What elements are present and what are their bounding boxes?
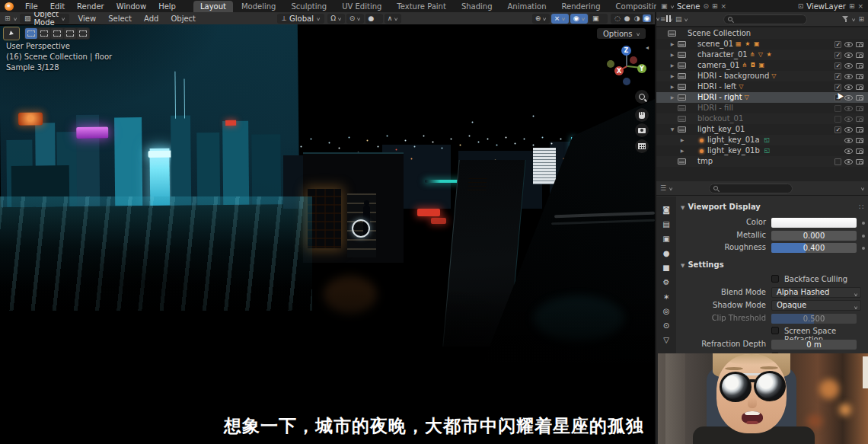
eye-icon[interactable] (844, 117, 853, 122)
shadow-mode-select[interactable]: Opaque∨ (771, 300, 861, 311)
workspace-tab[interactable]: Layout (193, 1, 233, 12)
particle-properties-icon[interactable]: ∗ (663, 292, 669, 301)
workspace-tab[interactable]: Rendering (554, 1, 607, 12)
editor-type-icon[interactable]: ⊞ (5, 14, 11, 22)
shading-mode-icon[interactable]: ◑ (633, 14, 642, 22)
viewport-canvas[interactable]: User Perspective (16) Scene Collection |… (0, 24, 655, 444)
data-properties-icon[interactable]: ▽ (663, 336, 669, 344)
workspace-tab[interactable]: Texture Paint (390, 1, 453, 12)
menu-item[interactable]: Window (111, 2, 152, 11)
workspace-tab[interactable]: Shading (455, 1, 499, 12)
settings-section[interactable]: ▼Settings (681, 260, 724, 269)
camera-visibility-icon[interactable] (856, 106, 863, 111)
zoom-button[interactable] (635, 90, 649, 104)
eye-icon[interactable] (844, 159, 853, 165)
new-scene-icon[interactable]: ⊞ (712, 2, 718, 10)
disclosure-icon[interactable]: ▶ (679, 145, 685, 156)
view-layer-properties-icon[interactable]: ▣ (662, 235, 669, 243)
pin-icon[interactable]: ⊙ (703, 2, 709, 10)
output-properties-icon[interactable]: ▤ (662, 220, 669, 228)
checkbox[interactable] (834, 116, 841, 123)
shading-mode-icon[interactable]: ● (623, 14, 632, 22)
eye-icon[interactable] (844, 149, 853, 154)
eye-icon[interactable] (844, 74, 853, 79)
eye-icon[interactable] (844, 85, 853, 90)
screen-space-refraction-checkbox[interactable] (771, 327, 779, 334)
camera-visibility-icon[interactable] (856, 138, 863, 143)
neg-y-axis-ball[interactable] (607, 60, 614, 68)
pause-icon[interactable] (666, 15, 671, 22)
animate-dot[interactable] (862, 247, 865, 250)
checkbox[interactable] (834, 62, 841, 69)
shading-mode-icon[interactable]: ◌ (613, 14, 622, 22)
editor-type-icon[interactable]: ≡ (660, 15, 666, 23)
workspace-tab[interactable]: Modeling (235, 1, 283, 12)
y-axis-ball[interactable]: Y (637, 64, 646, 73)
checkbox[interactable] (834, 73, 841, 80)
outliner-row[interactable]: ▼ light_key_01 (656, 124, 868, 135)
new-view-layer-icon[interactable]: ⊞ (849, 2, 855, 10)
neg-x-axis-ball[interactable] (630, 56, 637, 64)
outliner-search-input[interactable] (723, 14, 807, 24)
toggle-icon[interactable]: ▣∨ (589, 14, 608, 24)
outliner-row[interactable]: blockout_01 (656, 113, 868, 124)
refraction-depth-field[interactable]: 0 m (771, 340, 857, 350)
eye-icon[interactable] (844, 127, 853, 133)
outliner-row[interactable]: Scene Collection (656, 28, 868, 39)
select-tool-button[interactable] (38, 28, 50, 39)
physics-properties-icon[interactable]: ◎ (663, 307, 670, 315)
metallic-slider[interactable]: 0.000 (771, 231, 857, 241)
properties-search-input[interactable] (709, 184, 793, 193)
outliner-row[interactable]: ▶ character_01 ⋔ ▽ ★ (656, 50, 868, 60)
roughness-slider[interactable]: 0.400 (771, 243, 857, 253)
camera-visibility-icon[interactable] (856, 42, 863, 47)
eye-icon[interactable] (844, 138, 853, 143)
animate-dot[interactable] (862, 235, 865, 238)
camera-visibility-icon[interactable] (856, 159, 863, 165)
outliner-row[interactable]: HDRI - fill (656, 103, 868, 113)
camera-view-button[interactable] (635, 123, 649, 137)
navigation-gizmo[interactable]: Z X Y (594, 38, 655, 99)
panel-menu-icon[interactable]: ∷ (859, 203, 863, 211)
orientation-select[interactable]: ⟂ Global ∨ (277, 14, 324, 24)
outliner-row[interactable]: ▶ HDRI - background ▽ (656, 71, 868, 81)
render-properties-icon[interactable]: ◙ (662, 206, 670, 214)
disclosure-icon[interactable]: ▶ (669, 81, 675, 92)
disclosure-icon[interactable]: ▶ (669, 50, 675, 60)
outliner-row[interactable]: ▶ camera_01 ⋔ ◘ ▣ (656, 60, 868, 71)
select-tool-button[interactable] (77, 28, 89, 39)
outliner-row[interactable]: ▶ light_key_01a ◱ (656, 135, 868, 145)
workspace-tab[interactable]: Animation (501, 1, 554, 12)
select-tool-button[interactable] (51, 28, 63, 39)
checkbox[interactable] (834, 84, 841, 91)
viewport-menu-item[interactable]: View (72, 14, 101, 24)
camera-visibility-icon[interactable] (856, 63, 863, 69)
modifier-properties-icon[interactable]: ⚙ (663, 278, 670, 286)
disclosure-icon[interactable]: ▼ (669, 124, 675, 135)
tool-icon[interactable]: Ω∨ (327, 14, 344, 24)
tool-icon[interactable]: ●∨ (365, 14, 383, 24)
pan-button[interactable] (635, 108, 649, 122)
eye-icon[interactable] (844, 53, 853, 58)
delete-view-layer-icon[interactable]: × (857, 2, 863, 10)
menu-item[interactable]: Render (72, 2, 110, 11)
menu-item[interactable]: Help (153, 2, 181, 11)
editor-type-icon[interactable]: ☰ (660, 184, 666, 192)
toggle-icon[interactable]: ◉∨ (570, 14, 588, 24)
toggle-icon[interactable]: ⊕∨ (532, 14, 550, 24)
viewport-menu-item[interactable]: Object (165, 14, 201, 24)
disclosure-icon[interactable]: ▶ (669, 92, 675, 103)
tweak-tool-button[interactable] (3, 27, 20, 40)
eye-icon[interactable] (844, 63, 853, 69)
viewport-menu-item[interactable]: Select (103, 14, 137, 24)
disclosure-icon[interactable]: ▶ (669, 39, 675, 50)
camera-visibility-icon[interactable] (856, 95, 863, 101)
tool-icon[interactable]: ⊙∨ (346, 14, 364, 24)
z-axis-ball[interactable]: Z (621, 46, 631, 56)
x-axis-ball[interactable]: X (614, 66, 624, 75)
eye-icon[interactable] (844, 95, 853, 101)
disclosure-icon[interactable]: ▶ (679, 135, 685, 145)
blend-mode-select[interactable]: Alpha Hashed∨ (771, 287, 861, 298)
display-mode-icon[interactable]: ▤ (675, 15, 682, 23)
new-collection-icon[interactable]: ⊞ (858, 15, 864, 23)
